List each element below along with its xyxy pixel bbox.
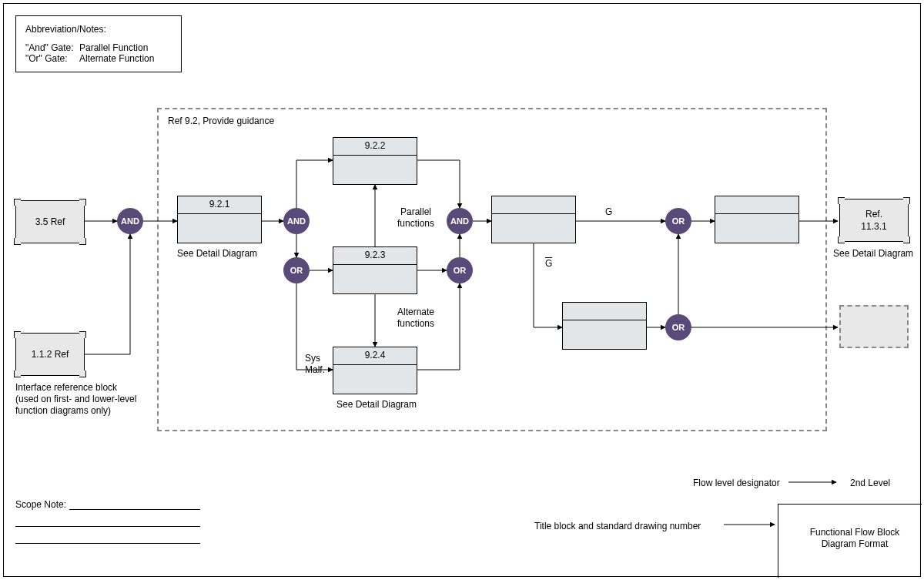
block-right-top-hdr [715, 196, 798, 214]
caption-g: G [605, 206, 612, 218]
block-9-2-4: 9.2.4 [333, 347, 417, 394]
scope-line-3 [15, 542, 200, 544]
block-1-1-2-ref-label: 1.1.2 Ref [16, 349, 84, 360]
legend-box: Abbreviation/Notes: "And" Gate: Parallel… [15, 15, 182, 72]
gate-and-3: AND [447, 208, 473, 234]
caption-see-detail-2: See Detail Diagram [331, 399, 422, 411]
block-1-1-2-ref: 1.1.2 Ref [15, 333, 85, 376]
block-9-2-1-hdr: 9.2.1 [178, 196, 261, 214]
scope-line-1 [69, 508, 200, 510]
gate-and-2: AND [283, 208, 310, 234]
caption-gbar: G [545, 257, 552, 270]
ref-11-3-1-l1: Ref. [840, 209, 908, 220]
gate-or-2: OR [447, 257, 473, 283]
block-gbar [562, 302, 647, 350]
guidance-container [157, 108, 827, 431]
block-9-2-1: 9.2.1 [177, 196, 262, 243]
guidance-title: Ref 9.2, Provide guidance [168, 116, 274, 127]
gate-or-1: OR [283, 257, 310, 283]
block-ref-11-3-1: Ref. 11.3.1 [839, 199, 909, 242]
block-9-2-2: 9.2.2 [333, 137, 417, 185]
legend-and-label: "And" Gate: [25, 42, 79, 53]
block-right-top [715, 196, 799, 243]
legend-or-label: "Or" Gate: [25, 53, 79, 64]
block-3-5-ref: 3.5 Ref [15, 200, 85, 243]
caption-title-block: Title block and standard drawing number [534, 521, 701, 532]
legend-title: Abbreviation/Notes: [25, 24, 172, 35]
caption-parallel: Parallel functions [385, 206, 447, 230]
block-g [491, 196, 576, 243]
block-g-hdr [492, 196, 575, 214]
gate-or-4: OR [665, 314, 691, 340]
legend-or-desc: Alternate Function [79, 53, 154, 64]
caption-alternate: Alternate functions [385, 307, 447, 330]
scope-label: Scope Note: [15, 499, 66, 511]
iface-caption: Interface reference block (used on first… [15, 382, 139, 417]
block-9-2-2-hdr: 9.2.2 [333, 138, 417, 156]
block-9-2-3-hdr: 9.2.3 [333, 247, 417, 265]
caption-see-detail-1: See Detail Diagram [177, 248, 257, 260]
gate-and-1: AND [117, 208, 143, 234]
caption-flow-level: Flow level designator [693, 478, 780, 489]
caption-see-detail-3: See Detail Diagram [833, 248, 913, 260]
caption-sys-malf: Sys Malf. [305, 353, 336, 376]
block-dashed-out [839, 305, 909, 348]
gate-or-3: OR [665, 208, 691, 234]
block-9-2-4-hdr: 9.2.4 [333, 347, 417, 365]
block-9-2-3: 9.2.3 [333, 246, 417, 294]
title-block-border [778, 504, 922, 578]
block-gbar-hdr [563, 303, 646, 320]
scope-line-2 [15, 525, 200, 527]
legend-and-desc: Parallel Function [79, 42, 148, 53]
ref-11-3-1-l2: 11.3.1 [840, 221, 908, 233]
caption-2nd-level: 2nd Level [850, 478, 890, 489]
block-3-5-ref-label: 3.5 Ref [16, 216, 84, 228]
